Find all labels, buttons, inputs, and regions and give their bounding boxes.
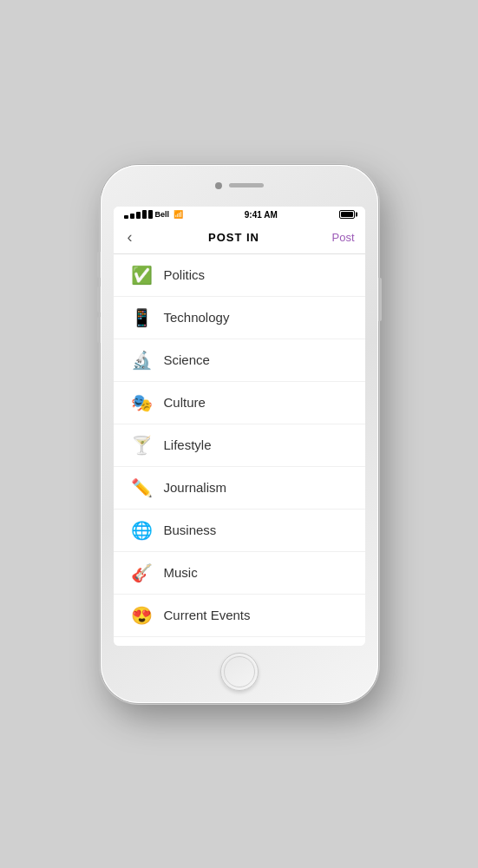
list-item[interactable]: 💡Altwork xyxy=(114,637,365,646)
signal-bars xyxy=(124,210,153,219)
category-emoji: 🔬 xyxy=(131,350,154,371)
category-name: Science xyxy=(164,352,210,367)
list-item[interactable]: 😍Current Events xyxy=(114,595,365,637)
category-name: Journalism xyxy=(164,480,227,495)
category-emoji: 🎸 xyxy=(131,562,154,583)
speaker xyxy=(229,183,264,187)
home-button-inner xyxy=(224,656,255,687)
nav-bar: ‹ POST IN Post xyxy=(114,221,365,254)
category-name: Lifestyle xyxy=(164,437,212,452)
category-emoji: ✅ xyxy=(131,265,154,286)
category-name: Current Events xyxy=(164,608,251,622)
status-bar: Bell 📶 9:41 AM xyxy=(114,207,365,221)
category-name: Music xyxy=(164,565,198,580)
status-left: Bell 📶 xyxy=(124,210,184,219)
battery-fill xyxy=(341,212,353,217)
battery-icon xyxy=(339,210,355,219)
list-item[interactable]: 🌐Business xyxy=(114,510,365,552)
phone-top-area xyxy=(215,177,264,194)
category-emoji: 🍸 xyxy=(131,435,154,456)
back-button[interactable]: ‹ xyxy=(124,227,136,248)
post-button[interactable]: Post xyxy=(331,231,354,244)
list-item[interactable]: 📱Technology xyxy=(114,297,365,339)
front-camera xyxy=(215,182,222,189)
home-button[interactable] xyxy=(220,653,259,691)
wifi-icon: 📶 xyxy=(174,210,183,219)
status-right xyxy=(339,210,355,219)
list-item[interactable]: 🎸Music xyxy=(114,552,365,595)
category-list: ✅Politics📱Technology🔬Science🎭Culture🍸Lif… xyxy=(114,254,365,646)
page-title: POST IN xyxy=(208,231,259,244)
category-emoji: 😍 xyxy=(131,605,154,626)
list-item[interactable]: 🍸Lifestyle xyxy=(114,424,365,467)
category-name: Politics xyxy=(164,267,206,282)
list-item[interactable]: ✅Politics xyxy=(114,254,365,297)
category-emoji: 🌐 xyxy=(131,520,154,541)
phone-frame: Bell 📶 9:41 AM ‹ POST IN Post ✅Politics📱… xyxy=(101,165,378,703)
list-item[interactable]: 🎭Culture xyxy=(114,382,365,424)
list-item[interactable]: 🔬Science xyxy=(114,339,365,382)
carrier-name: Bell xyxy=(155,210,170,219)
category-name: Business xyxy=(164,523,217,537)
category-emoji: 🎭 xyxy=(131,392,154,413)
list-item[interactable]: ✏️Journalism xyxy=(114,467,365,510)
phone-screen: Bell 📶 9:41 AM ‹ POST IN Post ✅Politics📱… xyxy=(114,207,365,646)
category-name: Technology xyxy=(164,310,230,325)
category-emoji: ✏️ xyxy=(131,477,154,498)
status-time: 9:41 AM xyxy=(245,210,278,220)
category-name: Culture xyxy=(164,395,206,410)
category-emoji: 📱 xyxy=(131,307,154,328)
